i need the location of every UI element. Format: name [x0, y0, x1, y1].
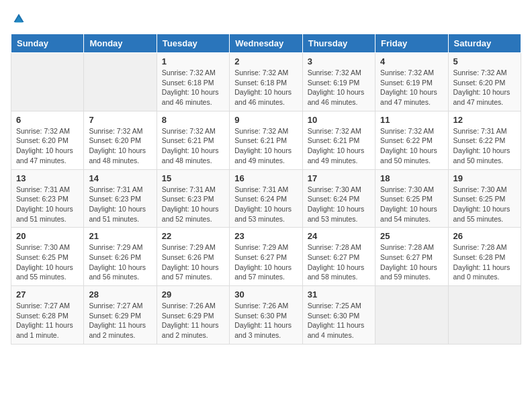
day-info: Sunrise: 7:32 AM Sunset: 6:21 PM Dayligh…	[308, 126, 370, 166]
calendar-cell: 3Sunrise: 7:32 AM Sunset: 6:19 PM Daylig…	[302, 53, 375, 111]
day-info: Sunrise: 7:30 AM Sunset: 6:24 PM Dayligh…	[308, 185, 370, 224]
day-header-monday: Monday	[84, 34, 157, 53]
day-header-wednesday: Wednesday	[230, 34, 302, 53]
day-info: Sunrise: 7:32 AM Sunset: 6:22 PM Dayligh…	[380, 126, 443, 166]
day-number: 30	[234, 289, 297, 300]
calendar-body: 1Sunrise: 7:32 AM Sunset: 6:18 PM Daylig…	[11, 53, 521, 345]
day-info: Sunrise: 7:29 AM Sunset: 6:27 PM Dayligh…	[234, 242, 297, 282]
day-number: 11	[380, 115, 443, 125]
day-info: Sunrise: 7:32 AM Sunset: 6:20 PM Dayligh…	[89, 126, 151, 166]
calendar-header: SundayMondayTuesdayWednesdayThursdayFrid…	[11, 34, 521, 53]
calendar-cell: 6Sunrise: 7:32 AM Sunset: 6:20 PM Daylig…	[11, 111, 84, 169]
day-number: 2	[234, 56, 297, 66]
day-number: 5	[453, 56, 516, 66]
day-header-thursday: Thursday	[302, 34, 375, 53]
calendar-cell: 26Sunrise: 7:28 AM Sunset: 6:28 PM Dayli…	[448, 228, 521, 286]
week-row-3: 13Sunrise: 7:31 AM Sunset: 6:23 PM Dayli…	[11, 169, 521, 228]
calendar-cell	[375, 286, 448, 345]
day-number: 12	[453, 115, 516, 125]
day-number: 10	[308, 115, 370, 125]
calendar-cell: 4Sunrise: 7:32 AM Sunset: 6:19 PM Daylig…	[375, 53, 448, 111]
calendar-cell: 18Sunrise: 7:30 AM Sunset: 6:25 PM Dayli…	[375, 169, 448, 228]
calendar-cell: 31Sunrise: 7:25 AM Sunset: 6:30 PM Dayli…	[302, 286, 375, 345]
week-row-4: 20Sunrise: 7:30 AM Sunset: 6:25 PM Dayli…	[11, 228, 521, 286]
calendar-cell: 19Sunrise: 7:30 AM Sunset: 6:25 PM Dayli…	[448, 169, 521, 228]
day-info: Sunrise: 7:31 AM Sunset: 6:23 PM Dayligh…	[89, 185, 151, 224]
day-info: Sunrise: 7:26 AM Sunset: 6:30 PM Dayligh…	[234, 301, 297, 340]
day-info: Sunrise: 7:28 AM Sunset: 6:27 PM Dayligh…	[308, 242, 370, 282]
calendar-cell: 5Sunrise: 7:32 AM Sunset: 6:20 PM Daylig…	[448, 53, 521, 111]
day-number: 20	[16, 231, 79, 241]
day-info: Sunrise: 7:32 AM Sunset: 6:18 PM Dayligh…	[162, 68, 224, 107]
calendar-cell: 30Sunrise: 7:26 AM Sunset: 6:30 PM Dayli…	[230, 286, 302, 345]
day-number: 8	[162, 115, 224, 125]
day-number: 19	[453, 173, 516, 183]
calendar-cell: 20Sunrise: 7:30 AM Sunset: 6:25 PM Dayli…	[11, 228, 84, 286]
calendar-cell: 24Sunrise: 7:28 AM Sunset: 6:27 PM Dayli…	[302, 228, 375, 286]
day-header-sunday: Sunday	[11, 34, 84, 53]
day-number: 23	[234, 231, 297, 241]
calendar-cell	[84, 53, 157, 111]
day-number: 16	[234, 173, 297, 183]
day-info: Sunrise: 7:26 AM Sunset: 6:29 PM Dayligh…	[162, 301, 224, 340]
calendar-cell: 23Sunrise: 7:29 AM Sunset: 6:27 PM Dayli…	[230, 228, 302, 286]
day-info: Sunrise: 7:28 AM Sunset: 6:27 PM Dayligh…	[380, 242, 443, 282]
day-number: 22	[162, 231, 224, 241]
calendar-cell: 8Sunrise: 7:32 AM Sunset: 6:21 PM Daylig…	[157, 111, 229, 169]
day-info: Sunrise: 7:31 AM Sunset: 6:24 PM Dayligh…	[234, 185, 297, 224]
calendar-cell: 1Sunrise: 7:32 AM Sunset: 6:18 PM Daylig…	[157, 53, 229, 111]
day-header-saturday: Saturday	[448, 34, 521, 53]
day-number: 27	[16, 289, 79, 300]
calendar-cell: 14Sunrise: 7:31 AM Sunset: 6:23 PM Dayli…	[84, 169, 157, 228]
day-info: Sunrise: 7:31 AM Sunset: 6:23 PM Dayligh…	[162, 185, 224, 224]
calendar-table: SundayMondayTuesdayWednesdayThursdayFrid…	[11, 34, 521, 345]
day-info: Sunrise: 7:32 AM Sunset: 6:20 PM Dayligh…	[16, 126, 79, 166]
logo	[11, 11, 26, 26]
calendar-cell: 13Sunrise: 7:31 AM Sunset: 6:23 PM Dayli…	[11, 169, 84, 228]
calendar-cell: 16Sunrise: 7:31 AM Sunset: 6:24 PM Dayli…	[230, 169, 302, 228]
day-info: Sunrise: 7:30 AM Sunset: 6:25 PM Dayligh…	[16, 242, 79, 282]
day-number: 9	[234, 115, 297, 125]
week-row-2: 6Sunrise: 7:32 AM Sunset: 6:20 PM Daylig…	[11, 111, 521, 169]
day-number: 26	[453, 231, 516, 241]
day-info: Sunrise: 7:29 AM Sunset: 6:26 PM Dayligh…	[89, 242, 151, 282]
calendar-cell	[448, 286, 521, 345]
calendar-cell: 7Sunrise: 7:32 AM Sunset: 6:20 PM Daylig…	[84, 111, 157, 169]
day-number: 13	[16, 173, 79, 183]
calendar-cell: 9Sunrise: 7:32 AM Sunset: 6:21 PM Daylig…	[230, 111, 302, 169]
day-info: Sunrise: 7:32 AM Sunset: 6:21 PM Dayligh…	[162, 126, 224, 166]
calendar-cell: 12Sunrise: 7:31 AM Sunset: 6:22 PM Dayli…	[448, 111, 521, 169]
day-info: Sunrise: 7:32 AM Sunset: 6:21 PM Dayligh…	[234, 126, 297, 166]
day-number: 28	[89, 289, 151, 300]
day-number: 4	[380, 56, 443, 66]
day-number: 29	[162, 289, 224, 300]
day-number: 15	[162, 173, 224, 183]
day-number: 14	[89, 173, 151, 183]
day-number: 21	[89, 231, 151, 241]
day-number: 25	[380, 231, 443, 241]
calendar-cell: 21Sunrise: 7:29 AM Sunset: 6:26 PM Dayli…	[84, 228, 157, 286]
calendar-cell: 28Sunrise: 7:27 AM Sunset: 6:29 PM Dayli…	[84, 286, 157, 345]
day-info: Sunrise: 7:28 AM Sunset: 6:28 PM Dayligh…	[453, 242, 516, 282]
day-number: 3	[308, 56, 370, 66]
calendar-cell: 2Sunrise: 7:32 AM Sunset: 6:18 PM Daylig…	[230, 53, 302, 111]
day-info: Sunrise: 7:27 AM Sunset: 6:28 PM Dayligh…	[16, 301, 79, 340]
day-info: Sunrise: 7:29 AM Sunset: 6:26 PM Dayligh…	[162, 242, 224, 282]
calendar-cell: 10Sunrise: 7:32 AM Sunset: 6:21 PM Dayli…	[302, 111, 375, 169]
day-info: Sunrise: 7:30 AM Sunset: 6:25 PM Dayligh…	[380, 185, 443, 224]
calendar-cell	[11, 53, 84, 111]
calendar-cell: 29Sunrise: 7:26 AM Sunset: 6:29 PM Dayli…	[157, 286, 229, 345]
calendar-cell: 22Sunrise: 7:29 AM Sunset: 6:26 PM Dayli…	[157, 228, 229, 286]
day-info: Sunrise: 7:30 AM Sunset: 6:25 PM Dayligh…	[453, 185, 516, 224]
calendar-cell: 27Sunrise: 7:27 AM Sunset: 6:28 PM Dayli…	[11, 286, 84, 345]
week-row-5: 27Sunrise: 7:27 AM Sunset: 6:28 PM Dayli…	[11, 286, 521, 345]
day-number: 6	[16, 115, 79, 125]
day-header-friday: Friday	[375, 34, 448, 53]
day-number: 18	[380, 173, 443, 183]
day-number: 1	[162, 56, 224, 66]
day-number: 7	[89, 115, 151, 125]
day-number: 31	[308, 289, 370, 300]
days-of-week-row: SundayMondayTuesdayWednesdayThursdayFrid…	[11, 34, 521, 53]
day-info: Sunrise: 7:25 AM Sunset: 6:30 PM Dayligh…	[308, 301, 370, 340]
day-info: Sunrise: 7:31 AM Sunset: 6:23 PM Dayligh…	[16, 185, 79, 224]
